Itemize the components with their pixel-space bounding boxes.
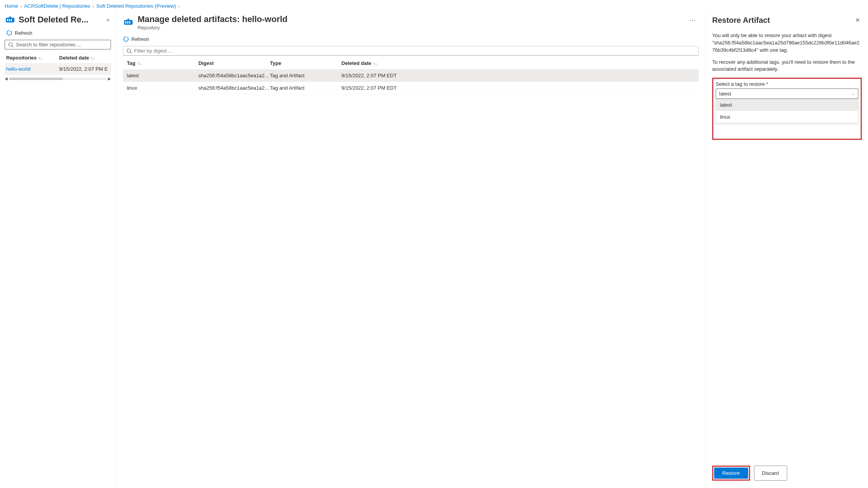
- column-header-deleted-date[interactable]: Deleted date↑↓: [341, 60, 695, 66]
- sidebar: Soft Deleted Re... « Refresh Repositorie…: [0, 12, 116, 486]
- search-icon: [126, 48, 132, 54]
- dropdown-selected-value: latest: [719, 91, 731, 97]
- refresh-icon: [6, 30, 12, 36]
- tag-dropdown-list: latest linux: [716, 99, 858, 123]
- sort-icon: ↑↓: [38, 56, 43, 60]
- panel-info-text: To recover any additional tags, you'll n…: [712, 59, 862, 73]
- horizontal-scrollbar[interactable]: ◀ ▶: [5, 77, 111, 81]
- breadcrumb-soft-deleted[interactable]: Soft Deleted Repositories (Preview): [96, 3, 176, 9]
- repository-row[interactable]: hello-world 9/15/2022, 2:07 PM E: [5, 63, 111, 75]
- page-title: Manage deleted artifacts: hello-world: [138, 14, 682, 24]
- artifact-row[interactable]: latest sha256:f54a58bc1aac5ea1a25... Tag…: [123, 70, 699, 82]
- svg-rect-7: [125, 21, 126, 24]
- sort-icon: ↑↓: [90, 56, 95, 60]
- dropdown-option[interactable]: linux: [716, 111, 858, 123]
- artifacts-grid-header: Tag↑↓ Digest Type Deleted date↑↓: [123, 57, 699, 70]
- column-header-repositories[interactable]: Repositories↑↓: [6, 55, 59, 61]
- container-registry-icon: [123, 17, 134, 27]
- refresh-button[interactable]: Refresh: [5, 26, 111, 40]
- chevron-right-icon: ›: [178, 4, 180, 9]
- page-subtitle: Repository: [138, 25, 682, 31]
- search-input[interactable]: [16, 42, 107, 48]
- column-header-tag[interactable]: Tag↑↓: [127, 60, 198, 66]
- required-asterisk: *: [766, 81, 768, 87]
- svg-rect-9: [129, 21, 130, 24]
- search-repositories-box[interactable]: [5, 40, 111, 49]
- column-header-digest[interactable]: Digest: [198, 60, 270, 66]
- artifact-row[interactable]: linux sha256:f54a58bc1aac5ea1a25... Tag …: [123, 82, 699, 94]
- column-header-type[interactable]: Type: [270, 60, 341, 66]
- svg-rect-3: [11, 19, 12, 21]
- tag-select-highlight: Select a tag to restore * latest ⌵ lates…: [712, 78, 862, 140]
- refresh-button[interactable]: Refresh: [123, 32, 699, 46]
- filter-digest-box[interactable]: [123, 46, 699, 56]
- artifact-tag: linux: [127, 85, 198, 91]
- artifact-deleted-date: 9/15/2022, 2:07 PM EDT: [341, 73, 695, 78]
- collapse-sidebar-button[interactable]: «: [105, 15, 111, 24]
- restore-button-highlight: Restore: [712, 466, 750, 481]
- refresh-label: Refresh: [131, 36, 149, 42]
- search-icon: [8, 42, 14, 48]
- more-actions-button[interactable]: ⋯: [686, 14, 699, 26]
- chevron-right-icon: ›: [20, 4, 22, 9]
- artifact-deleted-date: 9/15/2022, 2:07 PM EDT: [341, 85, 695, 91]
- repository-deleted-date: 9/15/2022, 2:07 PM E: [59, 66, 109, 72]
- artifact-type: Tag and Artifact: [270, 85, 341, 91]
- svg-line-5: [12, 46, 14, 47]
- sort-icon: ↑↓: [137, 61, 141, 66]
- chevron-right-icon: ›: [92, 4, 94, 9]
- svg-rect-8: [127, 21, 128, 24]
- svg-point-4: [9, 43, 12, 46]
- scroll-left-icon[interactable]: ◀: [5, 77, 8, 81]
- svg-line-11: [130, 52, 132, 53]
- discard-button[interactable]: Discard: [754, 466, 787, 481]
- main-content: Manage deleted artifacts: hello-world Re…: [116, 12, 706, 486]
- artifact-digest: sha256:f54a58bc1aac5ea1a25...: [198, 85, 270, 91]
- svg-rect-2: [9, 19, 10, 21]
- tag-dropdown[interactable]: latest ⌵: [716, 88, 858, 99]
- column-header-deleted-date[interactable]: Deleted date↑↓: [59, 55, 109, 61]
- sidebar-title: Soft Deleted Re...: [19, 15, 102, 25]
- sort-icon: ↑↓: [373, 61, 377, 66]
- container-registry-icon: [5, 14, 15, 25]
- panel-title: Restore Artifact: [712, 16, 770, 25]
- refresh-icon: [123, 36, 129, 42]
- filter-input[interactable]: [134, 48, 695, 54]
- restore-artifact-panel: Restore Artifact ✕ You will only be able…: [706, 12, 868, 486]
- repository-name-link[interactable]: hello-world: [6, 66, 59, 72]
- svg-rect-1: [7, 19, 8, 21]
- breadcrumb-repositories[interactable]: ACRSoftDelete | Repositories: [24, 3, 90, 9]
- panel-info-text: You will only be able to restore your ar…: [712, 32, 862, 54]
- breadcrumb: Home › ACRSoftDelete | Repositories › So…: [0, 0, 868, 12]
- breadcrumb-home[interactable]: Home: [5, 3, 18, 9]
- artifact-digest: sha256:f54a58bc1aac5ea1a25...: [198, 73, 270, 78]
- svg-point-10: [127, 49, 131, 52]
- refresh-label: Refresh: [15, 30, 32, 36]
- restore-button[interactable]: Restore: [714, 468, 748, 479]
- scroll-right-icon[interactable]: ▶: [108, 77, 111, 81]
- chevron-down-icon: ⌵: [852, 91, 855, 96]
- artifact-type: Tag and Artifact: [270, 73, 341, 78]
- close-panel-button[interactable]: ✕: [854, 15, 862, 25]
- artifact-tag: latest: [127, 73, 198, 78]
- select-tag-label: Select a tag to restore *: [716, 81, 858, 87]
- dropdown-option[interactable]: latest: [716, 99, 858, 111]
